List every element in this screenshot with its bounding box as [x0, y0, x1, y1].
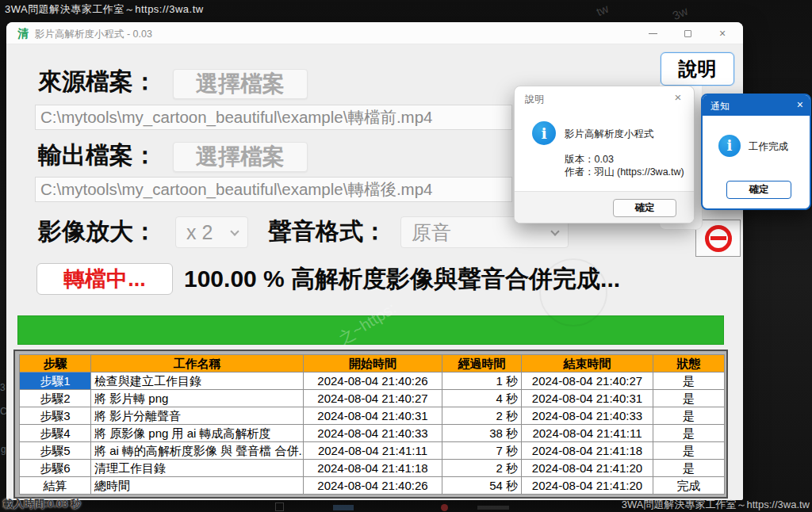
cell-start-time: 2024-08-04 21:40:26 — [304, 373, 442, 390]
cell-end-time: 2024-08-04 21:41:11 — [522, 425, 653, 442]
job-table-body: 步驟1 檢查與建立工作目錄 2024-08-04 21:40:26 1 秒 20… — [20, 373, 725, 495]
cell-elapsed: 4 秒 — [442, 390, 522, 407]
scale-label: 影像放大： — [38, 216, 157, 248]
close-icon: × — [719, 28, 726, 39]
cell-elapsed: 38 秒 — [442, 425, 522, 442]
audio-format-value: 原音 — [412, 221, 451, 243]
col-header-job-name: 工作名稱 — [91, 355, 304, 373]
table-row[interactable]: 結算 總時間 2024-08-04 21:40:26 54 秒 2024-08-… — [20, 477, 725, 495]
cell-end-time: 2024-08-04 21:40:27 — [522, 373, 653, 390]
watermark: 3w — [670, 4, 689, 22]
taskbar-icon[interactable] — [441, 504, 448, 511]
window-controls: × — [635, 22, 740, 44]
table-row[interactable]: 步驟5 將 ai 轉的高解析度影像 與 聲音檔 合併... 2024-08-04… — [20, 442, 725, 460]
watermark-circle — [539, 258, 607, 327]
output-file-label: 輸出檔案： — [38, 139, 157, 172]
cell-step: 步驟5 — [20, 442, 91, 460]
table-row[interactable]: 步驟2 將 影片轉 png 2024-08-04 21:40:27 4 秒 20… — [20, 390, 725, 407]
help-dialog-footer: 確定 — [515, 191, 694, 223]
help-app-name: 影片高解析度小程式 — [565, 128, 654, 141]
help-dialog-title: 說明 — [525, 93, 544, 106]
desktop-title-text: 3WA問題解決專家工作室～https://3wa.tw — [5, 2, 204, 17]
choose-output-file-button[interactable]: 選擇檔案 — [173, 142, 308, 172]
maximize-button[interactable] — [670, 22, 705, 44]
desktop-credit-text: 3WA問題解決專家工作室～https://3wa.tw — [622, 498, 810, 512]
cell-status: 是 — [653, 442, 725, 460]
cell-job-name: 檢查與建立工作目錄 — [91, 373, 304, 390]
notify-dialog-titlebar[interactable]: 通知 × — [703, 95, 810, 116]
cell-step: 步驟1 — [20, 373, 91, 390]
watermark: tw — [594, 2, 611, 19]
help-dialog: 說明 × i 影片高解析度小程式 版本：0.03 作者：羽山 (https://… — [514, 86, 695, 224]
cell-elapsed: 1 秒 — [442, 373, 522, 390]
info-icon: i — [532, 121, 556, 145]
audio-format-label: 聲音格式： — [268, 216, 387, 248]
scale-value: x 2 — [186, 221, 213, 243]
col-header-end-time: 結束時間 — [522, 355, 653, 373]
info-icon: i — [718, 135, 741, 157]
close-icon[interactable]: × — [797, 98, 803, 111]
cell-elapsed: 7 秒 — [442, 442, 522, 460]
col-header-start-time: 開始時間 — [304, 355, 442, 373]
progress-bar: 之~https: — [17, 315, 724, 345]
cell-start-time: 2024-08-04 21:40:33 — [304, 425, 442, 442]
cell-end-time: 2024-08-04 21:40:31 — [522, 390, 653, 407]
stop-prohibition-icon — [705, 225, 732, 252]
cell-elapsed: 2 秒 — [442, 460, 522, 477]
help-ok-button[interactable]: 確定 — [613, 199, 676, 217]
table-row[interactable]: 步驟3 將 影片分離聲音 2024-08-04 21:40:31 2 秒 202… — [20, 407, 725, 425]
cell-status: 是 — [653, 373, 725, 390]
chevron-down-icon — [230, 227, 239, 235]
app-icon: 清 — [17, 27, 29, 41]
converting-button[interactable]: 轉檔中... — [36, 263, 173, 295]
help-author-line: 作者：羽山 (https://3wa.tw) — [565, 166, 684, 179]
window-titlebar[interactable]: 清 影片高解析度小程式 - 0.03 × — [6, 22, 743, 44]
close-button[interactable]: × — [705, 22, 740, 44]
job-table-panel: 步驟 工作名稱 開始時間 經過時間 結束時間 狀態 步驟1 檢查與建立工作目錄 … — [13, 350, 728, 499]
cell-start-time: 2024-08-04 21:41:11 — [304, 442, 442, 460]
taskbar-icon[interactable] — [477, 506, 509, 510]
table-row[interactable]: 步驟1 檢查與建立工作目錄 2024-08-04 21:40:26 1 秒 20… — [20, 373, 725, 390]
desktop-icon-label-fragment: g — [1, 444, 6, 455]
help-button[interactable]: 說明 — [661, 52, 734, 86]
notify-dialog-title: 通知 — [710, 100, 730, 113]
cell-status: 是 — [653, 390, 725, 407]
table-row[interactable]: 步驟6 清理工作目錄 2024-08-04 21:41:18 2 秒 2024-… — [20, 460, 725, 477]
cell-job-name: 將 原影像 png 用 ai 轉成高解析度 — [91, 425, 304, 442]
watermark: 之~https: — [335, 298, 400, 350]
col-header-elapsed: 經過時間 — [442, 355, 522, 373]
load-time-text: 載入時間:0.03 秒 — [3, 497, 81, 511]
cell-status: 是 — [653, 460, 725, 477]
source-path-input[interactable]: C:\mytools\my_cartoon_beautiful\example\… — [35, 105, 512, 130]
maximize-icon — [684, 30, 691, 37]
source-file-label: 來源檔案： — [38, 66, 157, 98]
table-header-row: 步驟 工作名稱 開始時間 經過時間 結束時間 狀態 — [20, 355, 725, 373]
cell-job-name: 將 ai 轉的高解析度影像 與 聲音檔 合併... — [91, 442, 304, 460]
cell-end-time: 2024-08-04 21:41:20 — [522, 460, 653, 477]
notify-message: 工作完成 — [749, 140, 788, 154]
cell-job-name: 將 影片分離聲音 — [91, 407, 304, 425]
cell-start-time: 2024-08-04 21:40:27 — [304, 390, 442, 407]
cell-step: 步驟2 — [20, 390, 91, 407]
cell-start-time: 2024-08-04 21:41:18 — [304, 460, 442, 477]
cell-step: 步驟4 — [20, 425, 91, 442]
minimize-button[interactable] — [635, 22, 670, 44]
cell-job-name: 清理工作目錄 — [91, 460, 304, 477]
taskbar-icon[interactable] — [333, 505, 354, 510]
cell-end-time: 2024-08-04 21:41:20 — [522, 477, 653, 495]
cell-status: 是 — [653, 425, 725, 442]
notify-ok-button[interactable]: 確定 — [726, 181, 791, 199]
cell-start-time: 2024-08-04 21:40:26 — [304, 477, 442, 495]
choose-source-file-button[interactable]: 選擇檔案 — [173, 69, 308, 99]
cell-step: 步驟6 — [20, 460, 91, 477]
cell-job-name: 將 影片轉 png — [91, 390, 304, 407]
output-path-input[interactable]: C:\mytools\my_cartoon_beautiful\example\… — [35, 177, 512, 202]
table-row[interactable]: 步驟4 將 原影像 png 用 ai 轉成高解析度 2024-08-04 21:… — [20, 425, 725, 442]
cell-end-time: 2024-08-04 21:40:33 — [522, 407, 653, 425]
chevron-down-icon — [550, 227, 559, 235]
taskbar-icon[interactable] — [275, 502, 284, 511]
cell-end-time: 2024-08-04 21:41:18 — [522, 442, 653, 460]
close-icon[interactable]: × — [670, 90, 686, 104]
minimize-icon — [649, 33, 657, 34]
scale-select[interactable]: x 2 — [175, 216, 248, 248]
